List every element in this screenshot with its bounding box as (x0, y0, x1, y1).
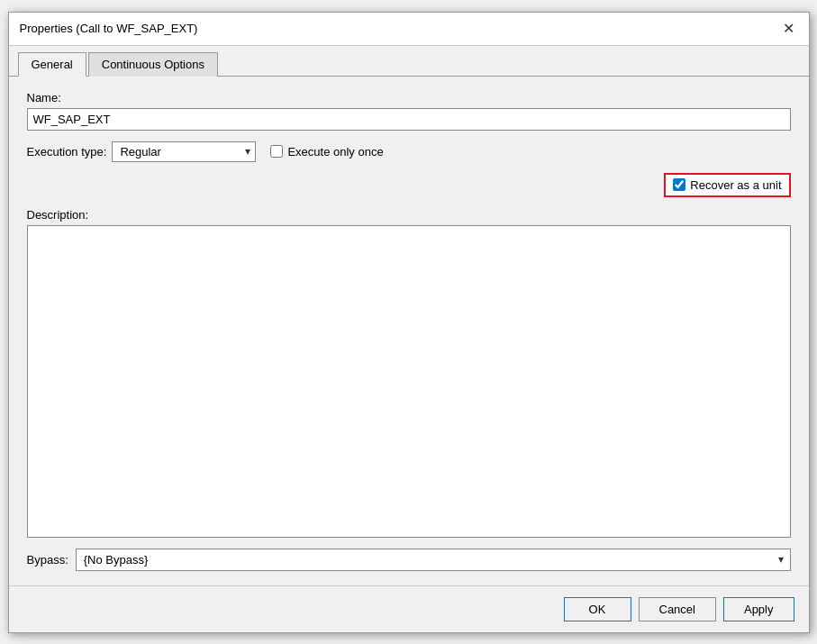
recover-row: Recover as a unit (27, 173, 791, 197)
execution-type-select[interactable]: Regular Sequential Parallel (112, 141, 256, 162)
close-button[interactable]: ✕ (780, 20, 798, 38)
execute-only-once-group: Execute only once (270, 145, 383, 159)
bypass-select-wrapper: {No Bypass} Bypass all Bypass none (76, 549, 791, 571)
description-label: Description: (27, 208, 791, 222)
execute-only-once-label[interactable]: Execute only once (287, 145, 383, 159)
execution-type-select-wrapper: Regular Sequential Parallel (112, 141, 256, 162)
bypass-row: Bypass: {No Bypass} Bypass all Bypass no… (27, 549, 791, 571)
description-section: Description: (27, 208, 791, 538)
bypass-select[interactable]: {No Bypass} Bypass all Bypass none (76, 549, 791, 571)
footer: OK Cancel Apply (9, 585, 809, 632)
tabs-container: General Continuous Options (9, 46, 809, 77)
recover-as-unit-group: Recover as a unit (664, 173, 790, 197)
execution-type-group: Execution type: Regular Sequential Paral… (27, 141, 257, 162)
options-row: Execution type: Regular Sequential Paral… (27, 141, 791, 162)
execute-only-once-checkbox[interactable] (270, 145, 283, 158)
recover-as-unit-checkbox[interactable] (673, 178, 685, 191)
properties-dialog: Properties (Call to WF_SAP_EXT) ✕ Genera… (8, 12, 810, 633)
tab-general[interactable]: General (18, 52, 86, 77)
name-input[interactable] (27, 108, 791, 131)
name-field-row: Name: (27, 91, 791, 131)
ok-button[interactable]: OK (564, 597, 631, 621)
dialog-title: Properties (Call to WF_SAP_EXT) (20, 22, 198, 35)
execution-type-label: Execution type: (27, 145, 107, 159)
apply-button[interactable]: Apply (723, 597, 794, 621)
title-bar: Properties (Call to WF_SAP_EXT) ✕ (9, 13, 809, 46)
content-area: Name: Execution type: Regular Sequential… (9, 77, 809, 585)
description-textarea[interactable] (27, 225, 791, 538)
bypass-label: Bypass: (27, 553, 68, 567)
recover-as-unit-label[interactable]: Recover as a unit (690, 178, 781, 192)
tab-continuous-options[interactable]: Continuous Options (88, 52, 218, 77)
name-label: Name: (27, 91, 791, 104)
cancel-button[interactable]: Cancel (639, 597, 716, 621)
